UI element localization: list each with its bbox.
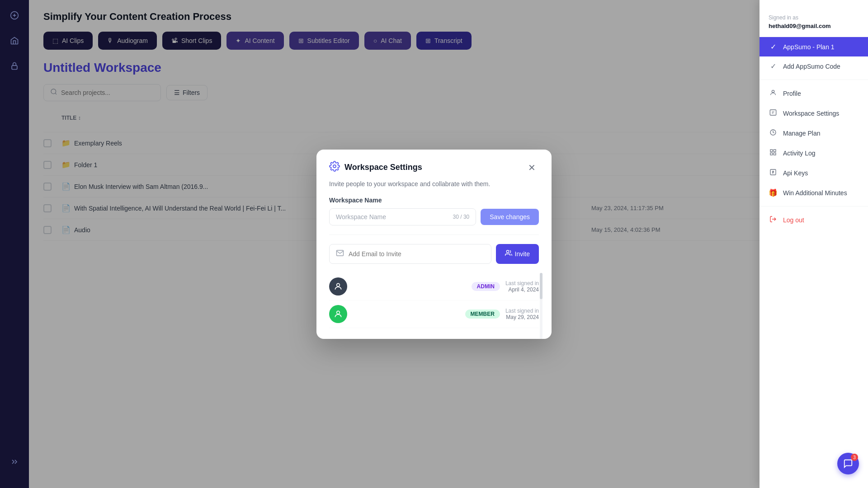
svg-point-14 <box>333 165 336 168</box>
member-row: ADMIN Last signed in April 4, 2024 <box>329 273 539 300</box>
svg-point-17 <box>337 311 340 314</box>
member-role-member: MEMBER <box>465 310 500 319</box>
workspace-name-input[interactable] <box>336 213 453 221</box>
modal-header: Workspace Settings ✕ <box>316 150 552 180</box>
members-list: ADMIN Last signed in April 4, 2024 MEMBE… <box>316 273 552 339</box>
invite-icon <box>505 249 512 258</box>
char-count: 30 / 30 <box>453 214 470 220</box>
chat-button[interactable]: 3 <box>837 453 859 474</box>
modal-close-button[interactable]: ✕ <box>524 160 539 175</box>
invite-row: Invite <box>316 244 552 273</box>
modal-divider <box>329 235 539 235</box>
chat-badge: 3 <box>851 454 858 461</box>
scrollbar-thumb[interactable] <box>540 273 542 299</box>
member-signin: Last signed in May 29, 2024 <box>505 308 539 320</box>
member-row: MEMBER Last signed in May 29, 2024 <box>329 300 539 328</box>
svg-point-15 <box>506 250 509 253</box>
workspace-name-label: Workspace Name <box>329 197 539 204</box>
invite-input-wrap[interactable] <box>329 244 491 264</box>
save-changes-button[interactable]: Save changes <box>481 209 539 225</box>
modal-settings-icon <box>329 161 340 174</box>
invite-email-input[interactable] <box>349 250 485 258</box>
modal-backdrop: Workspace Settings ✕ Invite people to yo… <box>0 0 868 488</box>
email-icon <box>336 249 344 259</box>
invite-button[interactable]: Invite <box>496 244 539 264</box>
modal-title: Workspace Settings <box>344 163 422 172</box>
member-signin: Last signed in April 4, 2024 <box>505 280 539 293</box>
scrollbar[interactable] <box>540 273 542 339</box>
workspace-name-section: Workspace Name 30 / 30 Save changes <box>316 197 552 235</box>
workspace-settings-modal: Workspace Settings ✕ Invite people to yo… <box>316 150 552 339</box>
member-role-admin: ADMIN <box>472 282 500 291</box>
member-avatar <box>329 277 347 296</box>
workspace-name-input-wrap[interactable]: 30 / 30 <box>329 208 476 225</box>
modal-subtitle: Invite people to your workspace and coll… <box>316 180 552 197</box>
svg-point-16 <box>337 283 340 286</box>
member-avatar <box>329 305 347 323</box>
